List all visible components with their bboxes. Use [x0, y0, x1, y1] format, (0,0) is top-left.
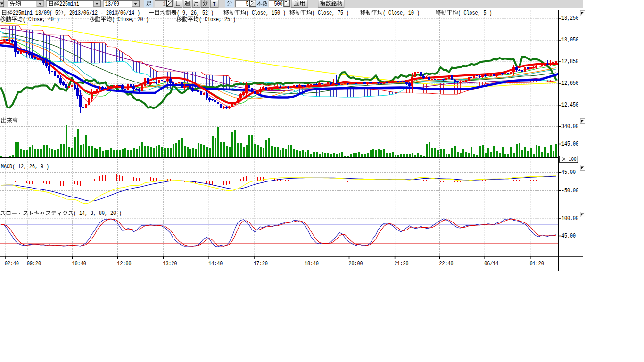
svg-text:18:40: 18:40 — [305, 261, 319, 267]
svg-text:13,250: 13,250 — [561, 15, 578, 22]
svg-text:T: T — [213, 1, 216, 7]
svg-text:45.00: 45.00 — [561, 169, 576, 176]
svg-text:20:00: 20:00 — [349, 261, 363, 267]
svg-text:( Close, 25 ): ( Close, 25 ) — [199, 16, 236, 23]
svg-text:14:40: 14:40 — [208, 261, 223, 267]
svg-text:( Close, 5 ): ( Close, 5 ) — [458, 10, 492, 16]
svg-text:22:40: 22:40 — [439, 261, 454, 267]
svg-text:02:40: 02:40 — [5, 261, 19, 267]
svg-text:13,050: 13,050 — [561, 37, 578, 43]
svg-text:( Close, 75 ): ( Close, 75 ) — [312, 10, 349, 16]
svg-text:100: 100 — [569, 156, 577, 162]
svg-text:( 9, 26, 52 ): ( 9, 26, 52 ) — [177, 10, 214, 16]
svg-text:12,650: 12,650 — [561, 80, 578, 87]
svg-text:17:20: 17:20 — [254, 261, 268, 267]
svg-text:MACD( 12, 26, 9 ): MACD( 12, 26, 9 ) — [1, 164, 49, 170]
svg-text:225mini: 225mini — [59, 1, 79, 8]
svg-text:12,450: 12,450 — [561, 102, 578, 108]
svg-text:13:20: 13:20 — [163, 261, 177, 267]
svg-text:09:20: 09:20 — [27, 261, 41, 267]
svg-text:100.00: 100.00 — [561, 215, 578, 222]
svg-text:( Close, 10 ): ( Close, 10 ) — [383, 10, 420, 16]
svg-text:, 2013/06/12 - 2013/06/14 ): , 2013/06/12 - 2013/06/14 ) — [64, 10, 140, 16]
svg-text:06/14: 06/14 — [484, 261, 498, 267]
svg-text:12,850: 12,850 — [561, 58, 578, 65]
svg-text:13/09: 13/09 — [105, 1, 119, 8]
svg-text:340.00: 340.00 — [561, 123, 578, 130]
svg-text:( Close, 20 ): ( Close, 20 ) — [112, 16, 149, 23]
svg-text:10:40: 10:40 — [72, 261, 86, 267]
svg-text:1: 1 — [163, 1, 166, 8]
svg-text:( Close, 150 ): ( Close, 150 ) — [246, 10, 286, 16]
svg-text:-50.00: -50.00 — [561, 188, 578, 194]
svg-text:500: 500 — [274, 1, 283, 8]
svg-text:45.00: 45.00 — [561, 233, 576, 239]
svg-text:145.00: 145.00 — [561, 141, 578, 148]
svg-text:12:00: 12:00 — [117, 261, 132, 267]
svg-text:21:20: 21:20 — [395, 261, 409, 267]
svg-text:( 14, 3, 80, 20 ): ( 14, 3, 80, 20 ) — [74, 210, 122, 217]
svg-text:225mini 13/09( 5: 225mini 13/09( 5 — [13, 10, 58, 16]
svg-text:( Close, 40 ): ( Close, 40 ) — [23, 16, 59, 23]
svg-text:01:20: 01:20 — [530, 261, 544, 267]
svg-text:5: 5 — [246, 1, 249, 8]
